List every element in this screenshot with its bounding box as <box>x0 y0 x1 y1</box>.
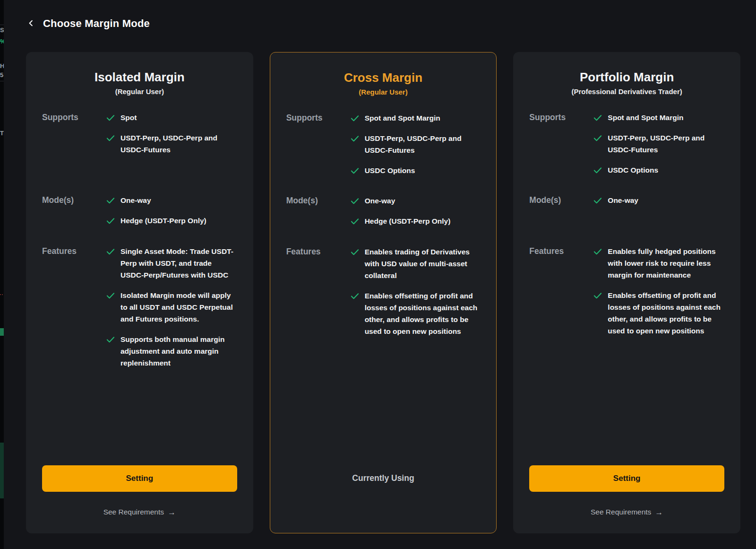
page-title: Choose Margin Mode <box>43 17 150 30</box>
setting-button[interactable]: Setting <box>529 465 724 492</box>
card-isolated-margin: Isolated Margin (Regular User) Supports … <box>26 52 253 533</box>
check-icon <box>350 132 361 144</box>
section-items: Spot and Spot Margin USDT-Perp, USDC-Per… <box>593 112 724 184</box>
section-supports: Supports Spot USDT-Perp, USDC-Perp and U… <box>42 112 237 194</box>
feature-item: Spot and Spot Margin <box>593 112 724 123</box>
feature-item: USDC Options <box>593 164 724 176</box>
card-footer: Setting See Requirements → <box>42 465 237 533</box>
section-items: Enables trading of Derivatives with USD … <box>350 246 481 346</box>
feature-item: Spot <box>106 112 237 123</box>
card-title: Cross Margin <box>286 70 481 86</box>
check-icon <box>106 333 116 345</box>
feature-item: Hedge (USDT-Perp Only) <box>106 215 237 227</box>
margin-mode-cards: Isolated Margin (Regular User) Supports … <box>26 52 740 533</box>
card-cross-margin: Cross Margin (Regular User) Supports Spo… <box>270 52 497 533</box>
section-modes: Mode(s) One-way Hedge (USDT-Perp Only) <box>42 194 237 245</box>
edge-text-fragment: 5 <box>0 71 4 78</box>
section-items: Single Asset Mode: Trade USDT-Perp with … <box>106 245 237 377</box>
feature-item-text: USDT-Perp, USDC-Perp and USDC-Futures <box>120 132 235 156</box>
check-icon <box>106 194 116 206</box>
section-label: Features <box>529 245 593 257</box>
feature-item: Enables fully hedged positions with lowe… <box>593 245 724 281</box>
section-supports: Supports Spot and Spot Margin USDT-Perp,… <box>286 112 481 195</box>
card-footer: Currently Using <box>286 465 481 533</box>
section-items: Enables fully hedged positions with lowe… <box>593 245 724 345</box>
feature-item-text: Hedge (USDT-Perp Only) <box>365 215 451 227</box>
feature-item: Supports both manual margin adjustment a… <box>106 333 237 369</box>
card-subtitle: (Regular User) <box>42 87 237 96</box>
card-footer: Setting See Requirements → <box>529 465 724 533</box>
feature-item-text: Enables offsetting of profit and losses … <box>608 289 722 337</box>
feature-item: USDT-Perp, USDC-Perp and USDC-Futures <box>106 132 237 156</box>
section-modes: Mode(s) One-way Hedge (USDT-Perp Only) <box>286 195 481 246</box>
check-icon <box>350 195 361 207</box>
check-icon <box>350 215 361 227</box>
feature-item-text: Spot and Spot Margin <box>365 112 440 124</box>
check-icon <box>593 245 603 257</box>
setting-button[interactable]: Setting <box>42 465 237 492</box>
see-requirements-label: See Requirements <box>103 508 164 516</box>
section-label: Supports <box>286 112 350 124</box>
see-requirements-link[interactable]: See Requirements → <box>42 508 237 516</box>
check-icon <box>593 164 603 176</box>
card-subtitle: (Professional Derivatives Trader) <box>529 87 724 96</box>
check-icon <box>593 289 603 301</box>
check-icon <box>593 112 603 123</box>
feature-item: Spot and Spot Margin <box>350 112 481 124</box>
see-requirements-label: See Requirements <box>591 508 651 516</box>
feature-item-text: Isolated Margin mode will apply to all U… <box>120 289 235 325</box>
check-icon <box>106 245 116 257</box>
feature-item: Enables trading of Derivatives with USD … <box>350 246 481 281</box>
section-label: Features <box>286 246 350 258</box>
section-modes: Mode(s) One-way <box>529 194 724 245</box>
card-title: Portfolio Margin <box>529 69 724 85</box>
feature-item-text: One-way <box>365 195 395 207</box>
feature-item: Isolated Margin mode will apply to all U… <box>106 289 237 325</box>
edge-green-marker <box>0 328 4 336</box>
check-icon <box>350 112 361 124</box>
back-button[interactable] <box>26 18 36 29</box>
section-supports: Supports Spot and Spot Margin USDT-Perp,… <box>529 112 724 194</box>
feature-item-text: Hedge (USDT-Perp Only) <box>120 215 206 227</box>
card-title: Isolated Margin <box>42 69 237 85</box>
check-icon <box>350 290 361 302</box>
check-icon <box>106 112 116 123</box>
feature-item-text: Supports both manual margin adjustment a… <box>120 333 235 369</box>
feature-item: One-way <box>350 195 481 207</box>
feature-item-text: Enables trading of Derivatives with USD … <box>365 246 479 281</box>
current-mode-band: Currently Using <box>286 465 481 491</box>
feature-item-text: Enables offsetting of profit and losses … <box>365 290 479 337</box>
feature-item: Enables offsetting of profit and losses … <box>593 289 724 337</box>
card-subtitle: (Regular User) <box>286 88 481 96</box>
currently-using-status: Currently Using <box>352 473 414 483</box>
chevron-left-icon <box>27 19 35 29</box>
section-label: Mode(s) <box>286 195 350 207</box>
feature-item-text: Spot and Spot Margin <box>608 112 683 123</box>
check-icon <box>106 132 116 144</box>
check-icon <box>593 132 603 144</box>
edge-text-fragment: % <box>0 38 4 45</box>
feature-item: Single Asset Mode: Trade USDT-Perp with … <box>106 245 237 281</box>
section-label: Mode(s) <box>42 194 106 206</box>
feature-item-text: One-way <box>120 194 151 206</box>
section-items: One-way <box>593 194 724 215</box>
edge-divider <box>0 81 4 81</box>
feature-item-text: USDC Options <box>608 164 658 176</box>
check-icon <box>106 289 116 301</box>
edge-green-column <box>0 443 4 498</box>
feature-item: One-way <box>106 194 237 206</box>
section-label: Features <box>42 245 106 257</box>
section-items: One-way Hedge (USDT-Perp Only) <box>106 194 237 235</box>
section-items: Spot and Spot Margin USDT-Perp, USDC-Per… <box>350 112 481 185</box>
section-items: Spot USDT-Perp, USDC-Perp and USDC-Futur… <box>106 112 237 164</box>
section-features: Features Enables trading of Derivatives … <box>286 246 481 346</box>
check-icon <box>593 194 603 206</box>
feature-item: Enables offsetting of profit and losses … <box>350 290 481 337</box>
see-requirements-link[interactable]: See Requirements → <box>529 508 724 516</box>
edge-text-fragment: Tr <box>0 130 4 137</box>
section-label: Supports <box>529 112 593 123</box>
edge-red-dashed-line <box>0 294 4 295</box>
card-sections: Supports Spot and Spot Margin USDT-Perp,… <box>286 112 481 346</box>
card-sections: Supports Spot and Spot Margin USDT-Perp,… <box>529 112 724 345</box>
feature-item-text: Spot <box>120 112 137 123</box>
